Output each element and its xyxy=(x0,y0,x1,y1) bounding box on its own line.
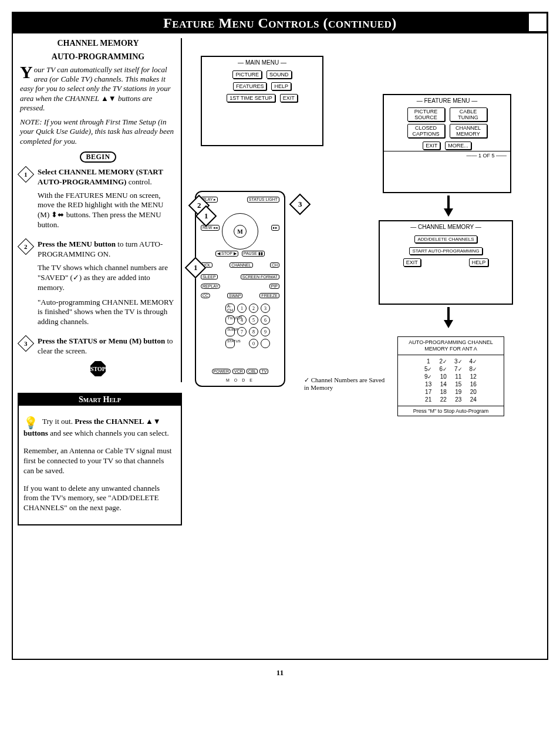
channel-cell: 14 xyxy=(436,380,451,388)
remote-button[interactable]: PAUSE ▮▮ xyxy=(242,251,265,257)
mode-label: M O D E xyxy=(196,378,284,382)
remote-button[interactable]: ◀ STOP ▶ xyxy=(215,251,238,257)
page-content: CHANNEL MEMORY AUTO-PROGRAMMING Y our TV… xyxy=(13,38,547,536)
channel-grid: 123456789101112131415161718192021222324 xyxy=(421,358,481,403)
menu-button[interactable]: CABLE TUNING xyxy=(450,107,487,122)
menu-button[interactable]: CHANNEL MEMORY xyxy=(450,124,487,138)
remote-button[interactable]: SCREEN FORMAT xyxy=(241,274,279,279)
menu-button[interactable]: START AUTO-PROGRAMMING xyxy=(409,247,482,255)
menu-button[interactable]: MORE... xyxy=(445,141,471,150)
remote-button[interactable]: CC xyxy=(201,293,210,298)
page-number: 11 xyxy=(12,668,548,678)
step2-bold: Press the MENU button xyxy=(38,240,116,248)
remote-key[interactable]: 6 xyxy=(261,315,270,325)
menu-dpad[interactable] xyxy=(222,213,258,250)
channel-cell: 13 xyxy=(421,380,436,388)
remote-button[interactable]: CH xyxy=(270,262,279,268)
remote-key[interactable]: 2 xyxy=(249,304,258,313)
remote-button[interactable]: REPLAY xyxy=(201,284,220,289)
menu-button[interactable]: EXIT xyxy=(280,94,298,102)
menu-button[interactable]: SOUND xyxy=(266,70,292,79)
menu-button[interactable]: PICTURE xyxy=(232,70,262,79)
menu-button[interactable]: 1ST TIME SETUP xyxy=(227,94,275,102)
remote-button[interactable]: STATUS LIGHT xyxy=(247,197,279,203)
stop-badge: STOP xyxy=(20,361,176,376)
remote-button[interactable]: CHANNEL xyxy=(230,262,252,268)
page-frame: Feature Menu Controls (continued) CHANNE… xyxy=(12,12,548,660)
smart-p2: Remember, an Antenna or Cable TV signal … xyxy=(23,446,176,476)
remote-button[interactable]: SWAP xyxy=(227,293,242,298)
menu-button[interactable]: FEATURES xyxy=(233,82,266,90)
step2-para2: "Auto-programming CHANNEL MEMORY is fini… xyxy=(38,298,176,328)
channel-saved-note: ✓ Channel Numbers are Saved in Memory xyxy=(304,376,386,392)
feature-menu-panel: — FEATURE MENU — PICTURE SOURCE CABLE TU… xyxy=(383,94,511,193)
remote-button[interactable]: STATUS xyxy=(225,339,235,348)
menu-button[interactable]: ADD/DELETE CHANNELS xyxy=(414,235,477,243)
left-column: CHANNEL MEMORY AUTO-PROGRAMMING Y our TV… xyxy=(18,38,182,525)
remote-button[interactable]: FREEZE xyxy=(259,293,279,298)
menu-button[interactable]: HELP xyxy=(469,258,489,267)
channel-cell: 17 xyxy=(421,388,436,396)
channel-cell: 4 xyxy=(466,358,481,365)
channel-cell: 6 xyxy=(436,365,451,373)
remote-button[interactable]: SLEEP xyxy=(225,327,235,336)
channel-cell: 1 xyxy=(421,358,436,365)
remote-key[interactable]: 9 xyxy=(261,327,270,336)
dropcap: Y xyxy=(20,65,34,79)
remote-button[interactable]: REW ◂◂ xyxy=(201,225,220,231)
remote-button[interactable]: TV/VCR xyxy=(225,315,235,325)
channel-cell: 11 xyxy=(451,373,466,380)
menu-button[interactable]: HELP xyxy=(271,82,291,90)
note-text: NOTE: If you went through First Time Set… xyxy=(20,117,176,146)
remote-key[interactable]: 5 xyxy=(249,315,258,325)
channel-cell: 9 xyxy=(421,373,436,380)
remote-key[interactable]: 7 xyxy=(237,327,247,336)
remote-key[interactable]: 3 xyxy=(261,304,270,313)
step-number-icon: 1 xyxy=(18,166,34,183)
channel-cell: 20 xyxy=(466,388,481,396)
remote-button[interactable]: ▸▸ xyxy=(271,225,279,231)
remote-button[interactable]: SLEEP xyxy=(201,274,218,279)
step1-para: With the FEATURES MENU on screen, move t… xyxy=(38,191,176,231)
channel-memory-panel: — CHANNEL MEMORY — ADD/DELETE CHANNELS S… xyxy=(379,220,513,305)
remote-button[interactable]: A-CH xyxy=(225,304,235,313)
channel-cell: 19 xyxy=(451,388,466,396)
channel-cell: 2 xyxy=(436,358,451,365)
step-number-icon: 3 xyxy=(18,335,34,352)
remote-keypad: A-CH 1 2 3 TV/VCR 4 5 6 SLEEP 7 8 9 STAT… xyxy=(225,304,270,348)
remote-key[interactable] xyxy=(261,339,270,348)
remote-key[interactable]: 4 xyxy=(237,315,247,325)
mode-button[interactable]: CBL xyxy=(247,369,258,374)
channel-cell: 3 xyxy=(451,358,466,365)
step-number-icon: 2 xyxy=(18,238,34,255)
power-button[interactable]: POWER xyxy=(212,369,231,374)
arrow-down-icon xyxy=(444,208,453,217)
menu-button[interactable]: EXIT xyxy=(403,258,421,267)
channel-cell: 5 xyxy=(421,365,436,373)
remote-button[interactable]: PIP xyxy=(269,284,279,289)
channel-cell: 24 xyxy=(466,396,481,403)
intro-text: Y our TV can automatically set itself fo… xyxy=(20,65,176,113)
table-footer: Press "M" to Stop Auto-Program xyxy=(398,406,504,416)
step-3: 3 Press the STATUS or Menu (M) button to… xyxy=(20,336,176,356)
channel-cell: 12 xyxy=(466,373,481,380)
remote-key[interactable]: 1 xyxy=(237,304,247,313)
table-title: AUTO-PROGRAMMING CHANNEL MEMORY FOR ANT … xyxy=(398,337,504,355)
feature-menu-title: — FEATURE MENU — xyxy=(384,97,510,104)
page-title: Feature Menu Controls (continued) xyxy=(13,13,547,33)
mode-button[interactable]: TV xyxy=(259,369,268,374)
menu-button[interactable]: PICTURE SOURCE xyxy=(407,107,445,122)
begin-badge: BEGIN xyxy=(20,151,176,163)
diagram-area: — MAIN MENU — PICTURE SOUND FEATURES HEL… xyxy=(189,38,542,525)
channel-cell: 10 xyxy=(436,373,451,380)
menu-button[interactable]: EXIT xyxy=(423,141,440,150)
channel-cell: 7 xyxy=(451,365,466,373)
remote-key[interactable]: 8 xyxy=(249,327,258,336)
channel-cell: 21 xyxy=(421,396,436,403)
channel-cell: 15 xyxy=(451,380,466,388)
remote-key[interactable]: 0 xyxy=(249,339,258,348)
corner-square xyxy=(527,12,548,33)
menu-button[interactable]: CLOSED CAPTIONS xyxy=(407,124,445,138)
channel-memory-title: — CHANNEL MEMORY — xyxy=(380,224,512,230)
mode-button[interactable]: VCR xyxy=(232,369,245,374)
